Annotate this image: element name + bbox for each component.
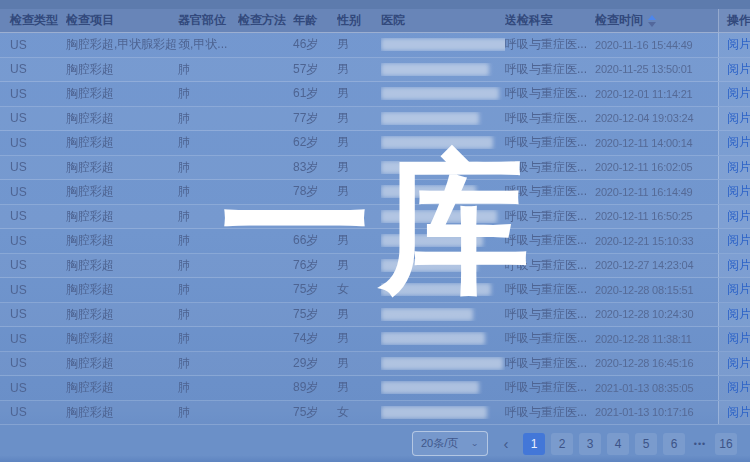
sort-icon[interactable] bbox=[648, 15, 656, 27]
cell-sending-dept: 呼吸与重症医... bbox=[505, 257, 595, 274]
page-button-4[interactable]: 4 bbox=[607, 433, 629, 455]
sort-asc-icon bbox=[648, 15, 656, 20]
view-images-link[interactable]: 阅片 bbox=[727, 134, 750, 151]
cell-exam-time: 2020-12-04 19:03:24 bbox=[595, 112, 718, 124]
cell-age: 75岁 bbox=[293, 281, 337, 298]
cell-hospital bbox=[381, 38, 505, 51]
table-row: US 胸腔彩超 肺 89岁 男 呼吸与重症医... 2021-01-13 08:… bbox=[0, 376, 750, 401]
hospital-redacted-blur bbox=[381, 112, 479, 125]
cell-age: 61岁 bbox=[293, 85, 337, 102]
table-row: US 胸腔彩超 肺 76岁 男 呼吸与重症医... 2020-12-27 14:… bbox=[0, 254, 750, 279]
view-images-link[interactable]: 阅片 bbox=[727, 355, 750, 372]
cell-exam-time: 2020-12-11 16:02:05 bbox=[595, 161, 718, 173]
view-images-link[interactable]: 阅片 bbox=[727, 404, 750, 421]
cell-hospital bbox=[381, 136, 505, 149]
page-button-16[interactable]: 16 bbox=[715, 433, 737, 455]
page-button-2[interactable]: 2 bbox=[551, 433, 573, 455]
cell-exam-type: US bbox=[0, 160, 66, 174]
cell-sending-dept: 呼吸与重症医... bbox=[505, 134, 595, 151]
table-row: US 胸腔彩超 肺 62岁 男 呼吸与重症医... 2020-12-11 14:… bbox=[0, 131, 750, 156]
header-hospital: 医院 bbox=[381, 12, 505, 29]
table-row: US 胸腔彩超 肺 75岁 女 呼吸与重症医... 2020-12-28 08:… bbox=[0, 278, 750, 303]
page-ellipsis[interactable]: ••• bbox=[691, 439, 709, 449]
cell-age: 78岁 bbox=[293, 183, 337, 200]
view-images-link[interactable]: 阅片 bbox=[727, 306, 750, 323]
cell-organ-part: 肺 bbox=[178, 404, 238, 421]
cell-age: 76岁 bbox=[293, 208, 337, 225]
cell-operation: 阅片 bbox=[718, 303, 750, 327]
cell-sending-dept: 呼吸与重症医... bbox=[505, 208, 595, 225]
cell-operation: 阅片 bbox=[718, 82, 750, 106]
view-images-link[interactable]: 阅片 bbox=[727, 257, 750, 274]
cell-sending-dept: 呼吸与重症医... bbox=[505, 159, 595, 176]
cell-exam-time: 2020-11-16 15:44:49 bbox=[595, 39, 718, 51]
cell-exam-type: US bbox=[0, 136, 66, 150]
cell-operation: 阅片 bbox=[718, 401, 750, 425]
cell-exam-item: 胸腔彩超 bbox=[66, 355, 178, 372]
hospital-redacted-blur bbox=[381, 308, 473, 321]
view-images-link[interactable]: 阅片 bbox=[727, 183, 750, 200]
cell-exam-item: 胸腔彩超 bbox=[66, 134, 178, 151]
cell-age: 62岁 bbox=[293, 134, 337, 151]
header-exam-time-label: 检查时间 bbox=[595, 13, 643, 27]
cell-sending-dept: 呼吸与重症医... bbox=[505, 330, 595, 347]
page-button-1[interactable]: 1 bbox=[523, 433, 545, 455]
cell-sending-dept: 呼吸与重症医... bbox=[505, 355, 595, 372]
view-images-link[interactable]: 阅片 bbox=[727, 110, 750, 127]
cell-exam-type: US bbox=[0, 62, 66, 76]
header-gender: 性别 bbox=[337, 12, 381, 29]
view-images-link[interactable]: 阅片 bbox=[727, 85, 750, 102]
cell-exam-item: 胸腔彩超 bbox=[66, 85, 178, 102]
view-images-link[interactable]: 阅片 bbox=[727, 159, 750, 176]
table-row: US 胸腔彩超 肺 75岁 男 呼吸与重症医... 2020-12-28 10:… bbox=[0, 303, 750, 328]
cell-age: 57岁 bbox=[293, 61, 337, 78]
header-exam-type: 检查类型 bbox=[0, 12, 66, 29]
cell-hospital bbox=[381, 406, 505, 419]
cell-sending-dept: 呼吸与重症医... bbox=[505, 85, 595, 102]
cell-exam-type: US bbox=[0, 38, 66, 52]
page-button-6[interactable]: 6 bbox=[663, 433, 685, 455]
cell-operation: 阅片 bbox=[718, 352, 750, 376]
cell-exam-item: 胸腔彩超 bbox=[66, 183, 178, 200]
cell-age: 74岁 bbox=[293, 330, 337, 347]
view-images-link[interactable]: 阅片 bbox=[727, 232, 750, 249]
cell-operation: 阅片 bbox=[718, 254, 750, 278]
cell-sending-dept: 呼吸与重症医... bbox=[505, 36, 595, 53]
hospital-redacted-blur bbox=[381, 185, 476, 198]
cell-hospital bbox=[381, 161, 505, 174]
hospital-redacted-blur bbox=[381, 259, 477, 272]
table-row: US 胸腔彩超 肺 61岁 男 呼吸与重症医... 2020-12-01 11:… bbox=[0, 82, 750, 107]
cell-exam-item: 胸腔彩超 bbox=[66, 281, 178, 298]
view-images-link[interactable]: 阅片 bbox=[727, 208, 750, 225]
cell-exam-item: 胸腔彩超 bbox=[66, 379, 178, 396]
cell-organ-part: 肺 bbox=[178, 281, 238, 298]
cell-age: 77岁 bbox=[293, 110, 337, 127]
cell-exam-type: US bbox=[0, 258, 66, 272]
header-exam-time-sortable[interactable]: 检查时间 bbox=[595, 12, 718, 29]
cell-exam-time: 2020-12-11 16:50:25 bbox=[595, 210, 718, 222]
cell-exam-type: US bbox=[0, 234, 66, 248]
cell-gender: 男 bbox=[337, 355, 381, 372]
cell-gender: 女 bbox=[337, 208, 381, 225]
view-images-link[interactable]: 阅片 bbox=[727, 330, 750, 347]
page-button-group: 123456•••16 bbox=[520, 433, 740, 455]
view-images-link[interactable]: 阅片 bbox=[727, 281, 750, 298]
cell-sending-dept: 呼吸与重症医... bbox=[505, 281, 595, 298]
hospital-redacted-blur bbox=[381, 210, 497, 223]
view-images-link[interactable]: 阅片 bbox=[727, 36, 750, 53]
hospital-redacted-blur bbox=[381, 63, 489, 76]
page-button-5[interactable]: 5 bbox=[635, 433, 657, 455]
prev-page-button[interactable]: ‹ bbox=[498, 433, 514, 455]
cell-gender: 男 bbox=[337, 257, 381, 274]
cell-exam-type: US bbox=[0, 381, 66, 395]
page-size-label: 20条/页 bbox=[421, 436, 458, 451]
page-size-select[interactable]: 20条/页 ⌄ bbox=[412, 431, 488, 456]
view-images-link[interactable]: 阅片 bbox=[727, 379, 750, 396]
hospital-redacted-blur bbox=[381, 136, 493, 149]
cell-sending-dept: 呼吸与重症医... bbox=[505, 379, 595, 396]
view-images-link[interactable]: 阅片 bbox=[727, 61, 750, 78]
cell-hospital bbox=[381, 357, 505, 370]
page-button-3[interactable]: 3 bbox=[579, 433, 601, 455]
cell-exam-time: 2020-12-11 16:14:49 bbox=[595, 186, 718, 198]
cell-exam-type: US bbox=[0, 209, 66, 223]
